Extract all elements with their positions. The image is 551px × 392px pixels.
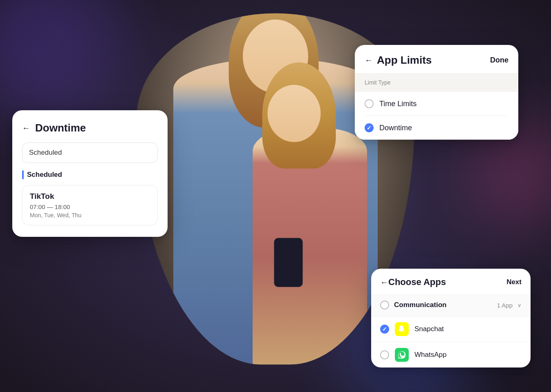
choose-apps-card: ← Choose Apps Next Communication 1 App ∨… (371, 269, 531, 368)
communication-radio[interactable] (380, 301, 389, 310)
communication-label: Communication (394, 301, 446, 309)
downtime-radio[interactable] (365, 123, 374, 132)
tiktok-time: 07:00 — 18:00 (30, 203, 150, 210)
time-limits-label: Time Limits (379, 100, 417, 108)
limit-type-label: Limit Type (365, 79, 391, 86)
communication-count: 1 App (497, 302, 513, 309)
downtime-card-header: ← Downtime (22, 122, 158, 134)
whatsapp-name: WhatsApp (414, 351, 446, 359)
bg-blob-1 (0, 0, 123, 122)
choose-apps-next-button[interactable]: Next (506, 278, 522, 286)
choose-apps-title: Choose Apps (388, 277, 446, 287)
tiktok-name: TikTok (30, 192, 150, 201)
time-limits-option[interactable]: Time Limits (365, 92, 508, 116)
chevron-down-icon: ∨ (517, 302, 522, 308)
downtime-back-button[interactable]: ← (22, 123, 30, 133)
whatsapp-checkbox[interactable] (380, 350, 389, 359)
choose-apps-header: ← Choose Apps Next (371, 269, 531, 294)
section-indicator (22, 170, 24, 179)
limit-options-list: Time Limits Downtime (355, 92, 518, 140)
app-limits-done-button[interactable]: Done (490, 56, 508, 65)
downtime-label: Downtime (379, 124, 412, 132)
snapchat-checkbox[interactable] (380, 325, 389, 334)
snapchat-app-row[interactable]: Snapchat (371, 316, 531, 342)
app-limits-card: ← App Limits Done Limit Type Time Limits… (355, 45, 518, 140)
downtime-scheduled-input[interactable]: Scheduled (22, 143, 158, 163)
tiktok-days: Mon, Tue, Wed, Thu (30, 212, 150, 218)
snapchat-icon (395, 322, 409, 336)
downtime-card-title: Downtime (35, 122, 86, 134)
app-limits-title: App Limits (377, 54, 432, 67)
limit-type-section: Limit Type (355, 73, 518, 92)
time-limits-radio[interactable] (365, 99, 374, 108)
downtime-section-label: Scheduled (22, 170, 158, 179)
choose-apps-back-button[interactable]: ← (380, 278, 388, 287)
app-limits-back-button[interactable]: ← (365, 56, 373, 65)
app-limits-header: ← App Limits Done (355, 45, 518, 73)
communication-category-row[interactable]: Communication 1 App ∨ (371, 294, 531, 316)
tiktok-entry[interactable]: TikTok 07:00 — 18:00 Mon, Tue, Wed, Thu (22, 185, 158, 225)
snapchat-name: Snapchat (414, 325, 444, 333)
downtime-option[interactable]: Downtime (365, 116, 508, 140)
whatsapp-app-row[interactable]: WhatsApp (371, 342, 531, 368)
downtime-card: ← Downtime Scheduled Scheduled TikTok 07… (12, 110, 168, 237)
whatsapp-icon (395, 348, 409, 362)
